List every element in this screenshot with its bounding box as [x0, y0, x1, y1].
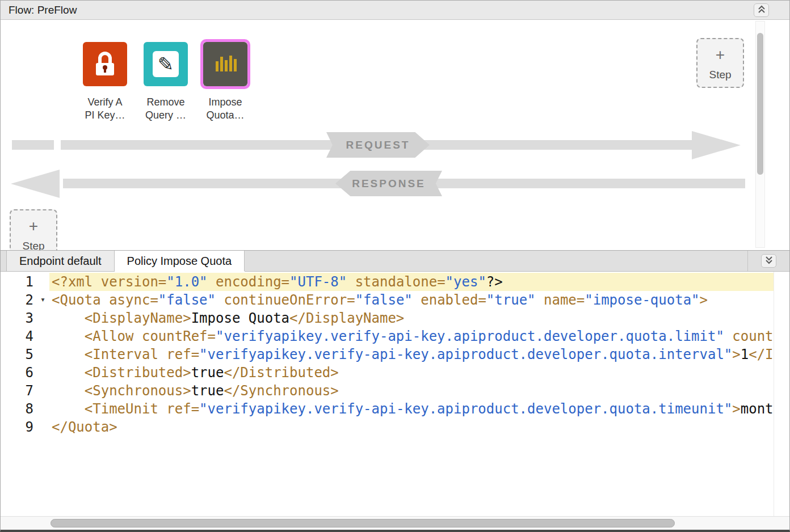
- policy-icon-frame: ✎: [141, 39, 191, 89]
- code-line[interactable]: 3 <DisplayName>Impose Quota</DisplayName…: [1, 309, 789, 327]
- vertical-scrollbar-thumb[interactable]: [757, 33, 763, 175]
- flow-canvas: Verify A PI Key… ✎ Remove Query …: [1, 20, 789, 250]
- code-text: <DisplayName>Impose Quota</DisplayName>: [49, 309, 789, 327]
- response-arrowhead-icon: [11, 170, 60, 198]
- line-number: 3: [1, 309, 49, 327]
- pencil-glyph: ✎: [158, 53, 174, 75]
- flow-header: Flow: PreFlow: [1, 1, 789, 20]
- add-step-label: Step: [11, 240, 56, 250]
- add-step-button-response[interactable]: + Step: [10, 209, 57, 250]
- horizontal-scrollbar[interactable]: [1, 516, 789, 530]
- tab-bar-right: [747, 251, 789, 271]
- chevron-double-down-icon: [764, 255, 774, 267]
- code-line[interactable]: 2▾<Quota async="false" continueOnError="…: [1, 291, 789, 309]
- code-line[interactable]: 7 <Synchronous>true</Synchronous>: [1, 382, 789, 400]
- apigee-flow-editor: Flow: PreFlow: [0, 0, 790, 532]
- collapse-editor-button[interactable]: [761, 254, 776, 268]
- code-text: <TimeUnit ref="verifyapikey.verify-api-k…: [49, 400, 789, 418]
- code-line[interactable]: 4 <Allow countRef="verifyapikey.verify-a…: [1, 327, 789, 345]
- policy-impose-quota[interactable]: Impose Quota…: [191, 39, 259, 122]
- editor-tab-bar: Endpoint default Policy Impose Quota: [1, 250, 789, 272]
- flow-title: Flow: PreFlow: [9, 4, 77, 16]
- add-step-button-request[interactable]: + Step: [696, 38, 744, 88]
- code-text: <Allow countRef="verifyapikey.verify-api…: [49, 327, 789, 345]
- request-label: REQUEST: [326, 132, 430, 158]
- line-number: 4: [1, 327, 49, 345]
- xml-code-editor[interactable]: 1<?xml version="1.0" encoding="UTF-8" st…: [1, 272, 789, 516]
- request-flow-bar-stub: [12, 140, 54, 150]
- policy-icon-frame: [80, 39, 130, 89]
- editor-right-gutter: [774, 272, 789, 516]
- lock-icon: [83, 42, 127, 86]
- vertical-scrollbar[interactable]: [755, 21, 765, 248]
- policy-label: Remove Query …: [132, 96, 200, 122]
- plus-icon: +: [697, 47, 743, 63]
- tab-label: Policy Impose Quota: [127, 255, 232, 268]
- add-step-label: Step: [697, 69, 743, 81]
- code-text: </Quota>: [49, 418, 789, 436]
- editor-panel: Endpoint default Policy Impose Quota 1<?…: [1, 250, 789, 530]
- code-text: <Quota async="false" continueOnError="fa…: [49, 291, 789, 309]
- bar-chart-icon: [203, 42, 247, 86]
- code-text: <Synchronous>true</Synchronous>: [49, 382, 789, 400]
- chevron-double-up-icon: [757, 5, 766, 16]
- request-arrowhead-icon: [692, 131, 741, 159]
- code-text: <Interval ref="verifyapikey.verify-api-k…: [49, 345, 789, 364]
- code-line[interactable]: 5 <Interval ref="verifyapikey.verify-api…: [1, 345, 789, 364]
- tab-policy-impose-quota[interactable]: Policy Impose Quota: [115, 251, 245, 271]
- collapse-panel-button[interactable]: [754, 3, 769, 17]
- tab-label: Endpoint default: [19, 255, 102, 268]
- policy-label: Impose Quota…: [191, 96, 259, 122]
- code-text: <Distributed>true</Distributed>: [49, 364, 789, 382]
- code-text: <?xml version="1.0" encoding="UTF-8" sta…: [49, 273, 789, 291]
- horizontal-scrollbar-thumb[interactable]: [51, 519, 675, 527]
- policy-label: Verify A PI Key…: [71, 96, 139, 122]
- line-number: 9: [1, 418, 49, 436]
- line-number: 6: [1, 364, 49, 382]
- line-number: 1: [1, 273, 49, 291]
- line-number: 5: [1, 345, 49, 364]
- code-line[interactable]: 9</Quota>: [1, 418, 789, 436]
- policy-verify-api-key[interactable]: Verify A PI Key…: [71, 39, 139, 122]
- response-label: RESPONSE: [335, 171, 442, 196]
- tab-endpoint-default[interactable]: Endpoint default: [6, 251, 115, 271]
- pencil-icon: ✎: [144, 42, 188, 86]
- policy-selection-frame: [200, 39, 250, 89]
- code-line[interactable]: 8 <TimeUnit ref="verifyapikey.verify-api…: [1, 400, 789, 418]
- code-line[interactable]: 1<?xml version="1.0" encoding="UTF-8" st…: [1, 273, 789, 291]
- line-number: 8: [1, 400, 49, 418]
- code-line[interactable]: 6 <Distributed>true</Distributed>: [1, 364, 789, 382]
- policy-remove-query[interactable]: ✎ Remove Query …: [132, 39, 200, 122]
- line-number: 7: [1, 382, 49, 400]
- plus-icon: +: [11, 218, 56, 234]
- line-number: 2▾: [1, 291, 49, 309]
- fold-arrow-icon[interactable]: ▾: [40, 295, 45, 304]
